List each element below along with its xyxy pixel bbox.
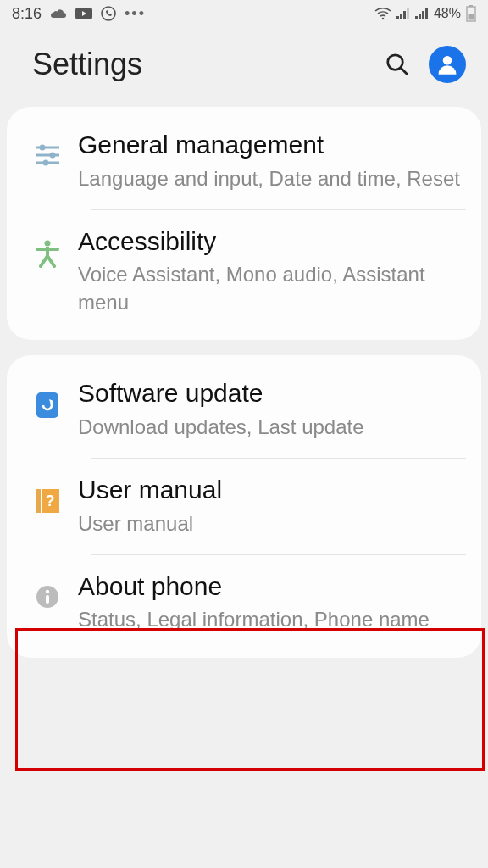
item-subtitle: Language and input, Date and time, Reset bbox=[78, 165, 466, 192]
status-time: 8:16 bbox=[12, 5, 42, 23]
item-general-management[interactable]: General management Language and input, D… bbox=[7, 114, 481, 209]
svg-point-2 bbox=[382, 18, 385, 20]
status-bar: 8:16 ••• 48% bbox=[0, 0, 488, 27]
signal-2-icon bbox=[415, 8, 429, 19]
battery-icon bbox=[466, 5, 476, 22]
svg-rect-5 bbox=[403, 11, 406, 19]
manual-icon: ? bbox=[24, 476, 71, 515]
more-icon: ••• bbox=[125, 5, 146, 23]
item-software-update[interactable]: Software update Download updates, Last u… bbox=[7, 362, 481, 458]
svg-rect-3 bbox=[396, 16, 399, 19]
page-title: Settings bbox=[32, 47, 142, 82]
item-title: Accessibility bbox=[78, 227, 466, 257]
svg-rect-10 bbox=[425, 8, 428, 19]
item-title: User manual bbox=[78, 476, 466, 505]
svg-rect-9 bbox=[422, 11, 424, 19]
svg-rect-6 bbox=[407, 8, 409, 19]
battery-percent: 48% bbox=[434, 6, 461, 21]
svg-rect-8 bbox=[419, 14, 421, 19]
item-subtitle: User manual bbox=[78, 510, 466, 537]
account-avatar[interactable] bbox=[429, 46, 466, 83]
svg-point-20 bbox=[50, 153, 56, 159]
item-title: About phone bbox=[78, 572, 466, 602]
svg-point-33 bbox=[46, 590, 49, 593]
svg-line-15 bbox=[401, 68, 408, 75]
svg-rect-7 bbox=[415, 16, 418, 19]
item-title: Software update bbox=[78, 379, 466, 409]
settings-group: General management Language and input, D… bbox=[7, 107, 481, 340]
info-icon bbox=[24, 572, 71, 609]
accessibility-icon bbox=[24, 227, 71, 268]
svg-rect-28 bbox=[36, 392, 58, 418]
svg-rect-13 bbox=[469, 14, 474, 20]
search-icon bbox=[385, 52, 410, 77]
settings-header: Settings bbox=[0, 27, 488, 102]
item-subtitle: Voice Assistant, Mono audio, Assistant m… bbox=[78, 261, 466, 316]
svg-rect-34 bbox=[46, 595, 49, 604]
search-button[interactable] bbox=[385, 52, 410, 77]
svg-rect-4 bbox=[400, 14, 402, 19]
item-accessibility[interactable]: Accessibility Voice Assistant, Mono audi… bbox=[7, 210, 481, 333]
whatsapp-icon bbox=[101, 6, 116, 21]
refresh-icon bbox=[24, 379, 71, 420]
item-title: General management bbox=[78, 131, 466, 160]
item-user-manual[interactable]: ? User manual User manual bbox=[7, 459, 481, 554]
item-about-phone[interactable]: About phone Status, Legal information, P… bbox=[7, 555, 481, 651]
svg-point-22 bbox=[43, 160, 49, 166]
svg-rect-29 bbox=[36, 489, 41, 513]
cloud-icon bbox=[50, 8, 67, 19]
settings-group: Software update Download updates, Last u… bbox=[7, 355, 481, 658]
svg-point-23 bbox=[45, 240, 51, 246]
youtube-icon bbox=[75, 8, 92, 19]
svg-point-16 bbox=[443, 56, 452, 65]
wifi-icon bbox=[374, 7, 391, 20]
person-icon bbox=[435, 53, 459, 76]
svg-line-27 bbox=[47, 256, 54, 266]
svg-text:?: ? bbox=[46, 492, 55, 509]
item-subtitle: Status, Legal information, Phone name bbox=[78, 606, 466, 633]
sliders-icon bbox=[24, 131, 71, 168]
signal-1-icon bbox=[396, 8, 410, 19]
svg-point-18 bbox=[40, 145, 46, 151]
item-subtitle: Download updates, Last update bbox=[78, 414, 466, 441]
